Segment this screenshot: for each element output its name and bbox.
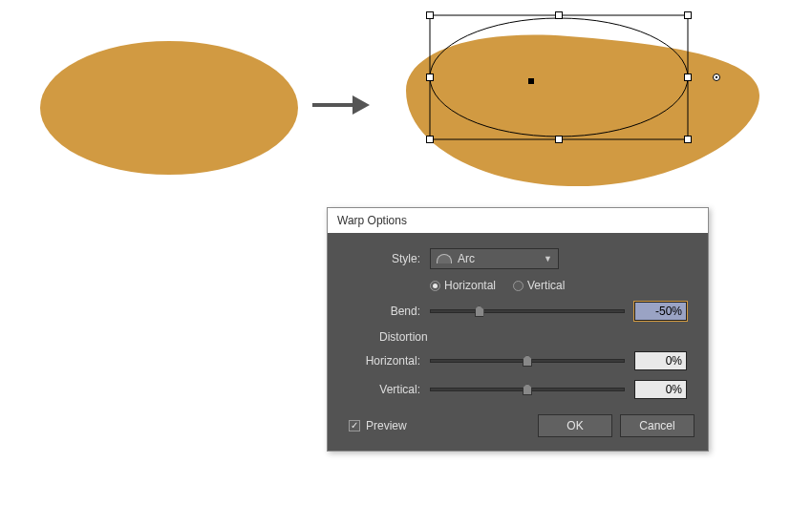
selection-handle-w[interactable]: [426, 74, 434, 81]
selection-handle-s[interactable]: [555, 136, 563, 143]
cancel-button[interactable]: Cancel: [620, 414, 694, 437]
canvas-area: Warp Options Style: Arc ▼ Horizonta: [0, 0, 812, 526]
selection-handle-sw[interactable]: [426, 136, 434, 143]
selection-handle-n[interactable]: [555, 11, 563, 19]
bend-label: Bend:: [349, 305, 430, 318]
orientation-vertical-radio[interactable]: Vertical: [513, 279, 565, 292]
style-label: Style:: [349, 252, 430, 265]
dist-v-value[interactable]: 0%: [634, 380, 687, 399]
radio-icon: [513, 281, 524, 291]
slider-thumb[interactable]: [523, 384, 532, 395]
selection-handle-nw[interactable]: [426, 11, 434, 19]
style-value: Arc: [458, 252, 475, 265]
selection-center[interactable]: [528, 78, 534, 84]
reference-point-handle[interactable]: [713, 74, 720, 81]
svg-marker-1: [353, 95, 370, 115]
dist-v-label: Vertical:: [349, 383, 430, 396]
dist-h-slider[interactable]: [430, 359, 625, 363]
dist-h-label: Horizontal:: [349, 354, 430, 368]
dist-v-slider[interactable]: [430, 388, 625, 391]
orientation-group: Horizontal Vertical: [430, 279, 565, 292]
check-icon: [349, 420, 360, 431]
selection-handle-ne[interactable]: [684, 11, 692, 19]
warp-options-dialog: Warp Options Style: Arc ▼ Horizonta: [327, 207, 709, 452]
bend-value[interactable]: -50%: [634, 302, 687, 321]
slider-thumb[interactable]: [475, 305, 484, 317]
arc-icon: [437, 254, 452, 263]
slider-thumb[interactable]: [523, 355, 532, 367]
selection-handle-e[interactable]: [684, 74, 692, 81]
orientation-horizontal-radio[interactable]: Horizontal: [430, 279, 496, 292]
radio-icon: [430, 281, 440, 291]
preview-checkbox[interactable]: Preview: [349, 419, 407, 432]
chevron-down-icon: ▼: [544, 254, 552, 263]
bend-slider[interactable]: [430, 309, 625, 313]
dist-h-value[interactable]: 0%: [634, 351, 687, 370]
distortion-label: Distortion: [379, 330, 687, 344]
style-select[interactable]: Arc ▼: [430, 248, 559, 269]
ok-button[interactable]: OK: [538, 414, 612, 437]
dialog-title: Warp Options: [328, 208, 708, 233]
original-ellipse: [40, 41, 298, 175]
selection-handle-se[interactable]: [684, 136, 692, 143]
warped-ellipse: [406, 35, 759, 187]
warped-shape-group: [382, 0, 793, 200]
arrow-icon: [310, 86, 370, 124]
